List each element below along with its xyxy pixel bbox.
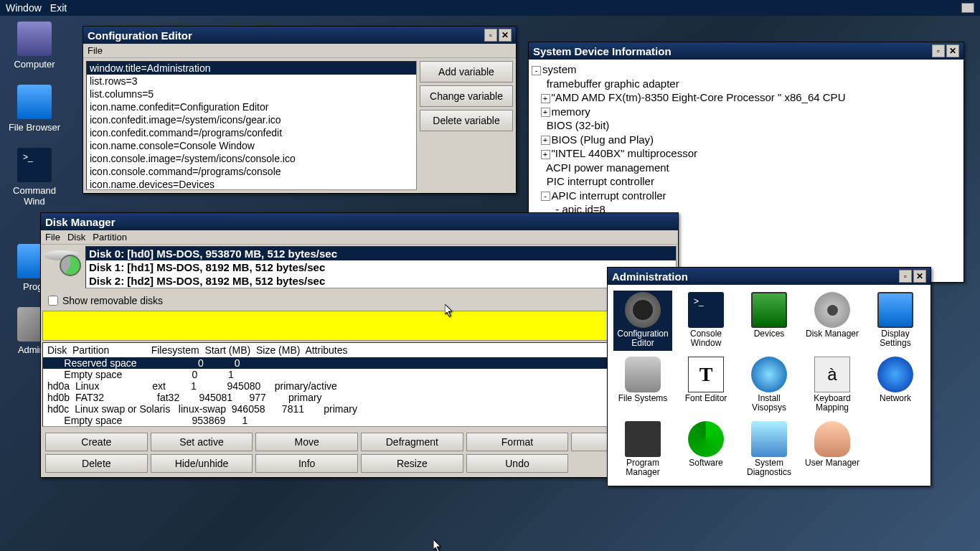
disk-list-item[interactable]: Disk 1: [hd1] MS-DOS, 8192 MB, 512 bytes…	[86, 260, 676, 274]
hide-button[interactable]: Hide/unhide	[151, 454, 253, 473]
admin-icon-software[interactable]: Software	[677, 420, 735, 480]
setactive-button[interactable]: Set active	[151, 433, 253, 451]
config-variable-item[interactable]: icon.name.confedit=Configuration Editor	[87, 100, 416, 113]
window-title: System Device Information	[533, 45, 930, 57]
config-variable-item[interactable]: icon.name.devices=Devices	[87, 178, 416, 190]
device-tree-item[interactable]: framebuffer graphic adapter	[532, 77, 961, 91]
partition-row[interactable]: Empty space 0 1	[43, 369, 676, 380]
admin-icon-configuration-editor[interactable]: Configuration Editor	[613, 291, 672, 351]
minimize-button[interactable]: ▫	[484, 29, 497, 42]
admin-icon-system-diagnostics[interactable]: System Diagnostics	[740, 420, 798, 480]
install-icon	[751, 357, 787, 392]
partition-table[interactable]: Disk Partition Filesystem Start (MB) Siz…	[42, 342, 677, 427]
desktop-label: Computer	[6, 59, 63, 70]
move-button[interactable]: Move	[255, 433, 358, 451]
config-variable-item[interactable]: icon.confedit.image=/system/icons/gear.i…	[87, 113, 416, 126]
admin-icon-label: Font Editor	[678, 394, 734, 414]
user-icon	[814, 421, 850, 457]
device-tree-item[interactable]: -APIC interrupt controller	[532, 189, 961, 203]
device-tree-item[interactable]: BIOS (32-bit)	[532, 118, 961, 133]
device-tree-item[interactable]: -system	[532, 62, 961, 77]
change-variable-button[interactable]: Change variable	[420, 85, 513, 107]
close-button[interactable]: ✕	[946, 44, 959, 57]
admin-icon-program-manager[interactable]: Program Manager	[613, 420, 672, 480]
undo-button[interactable]: Undo	[466, 454, 569, 473]
create-button[interactable]: Create	[45, 433, 148, 451]
format-button[interactable]: Format	[466, 433, 569, 451]
partition-row[interactable]: hd0b FAT32 fat32 945081 977 primary	[43, 392, 676, 403]
partition-row[interactable]: Reserved space 0 0	[43, 357, 676, 369]
device-tree-item[interactable]: PIC interrupt controller	[532, 174, 961, 189]
menu-file[interactable]: File	[88, 45, 103, 56]
resize-button[interactable]: Resize	[361, 454, 463, 473]
menu-file[interactable]: File	[45, 232, 60, 242]
close-button[interactable]: ✕	[913, 270, 926, 283]
admin-icon-install-visopsys[interactable]: Install Visopsys	[740, 355, 798, 415]
device-tree-item[interactable]: +BIOS (Plug and Play)	[532, 133, 961, 147]
admin-icon-console-window[interactable]: Console Window	[677, 291, 735, 351]
computer-icon	[17, 22, 52, 56]
admin-icon-file-systems[interactable]: File Systems	[613, 355, 672, 415]
tree-expand-icon[interactable]: -	[541, 192, 550, 201]
partition-row[interactable]: Empty space 953869 1	[43, 415, 676, 426]
system-menubar: Window Exit	[0, 0, 980, 16]
admin-icon-keyboard-mapping[interactable]: Keyboard Mapping	[803, 355, 862, 415]
admin-icon-font-editor[interactable]: Font Editor	[677, 355, 735, 415]
sys-min-button[interactable]	[961, 3, 974, 13]
diag-icon	[751, 421, 787, 457]
desktop-filebrowser-icon[interactable]: File Browser	[6, 85, 63, 133]
config-variable-item[interactable]: icon.console.command=/programs/console	[87, 165, 416, 178]
admin-icon-user-manager[interactable]: User Manager	[803, 420, 862, 480]
config-variable-item[interactable]: list.rows=3	[87, 75, 416, 88]
tree-expand-icon[interactable]: -	[532, 66, 541, 75]
device-info-titlebar[interactable]: System Device Information ▫ ✕	[529, 42, 963, 60]
tree-expand-icon[interactable]: +	[541, 136, 550, 145]
disk-list-item[interactable]: Disk 2: [hd2] MS-DOS, 8192 MB, 512 bytes…	[86, 274, 676, 288]
administration-titlebar[interactable]: Administration ▫ ✕	[608, 268, 930, 285]
terminal-icon	[17, 148, 52, 182]
tree-expand-icon[interactable]: +	[541, 94, 550, 103]
admin-icon-network[interactable]: Network	[866, 355, 925, 415]
key-icon	[814, 357, 850, 392]
config-variable-list[interactable]: window.title=Administrationlist.rows=3li…	[86, 61, 417, 190]
config-variable-item[interactable]: list.columns=5	[87, 88, 416, 100]
minimize-button[interactable]: ▫	[899, 270, 912, 283]
device-tree-item[interactable]: +"AMD AMD FX(tm)-8350 Eight-Core Process…	[532, 90, 961, 105]
defragment-button[interactable]: Defragment	[361, 433, 463, 451]
config-variable-item[interactable]: window.title=Administration	[87, 62, 416, 75]
prog-icon	[625, 421, 661, 457]
device-tree-item[interactable]: +"INTEL 440BX" multiprocessor	[532, 146, 961, 161]
admin-icon-display-settings[interactable]: Display Settings	[866, 291, 925, 351]
menu-disk[interactable]: Disk	[67, 232, 85, 242]
delete-button[interactable]: Delete	[45, 454, 148, 473]
desktop-computer-icon[interactable]: Computer	[6, 22, 63, 70]
admin-icon-devices[interactable]: Devices	[740, 291, 798, 351]
partition-row[interactable]: hd0a Linux ext 1 945080 primary/active	[43, 380, 676, 392]
info-button[interactable]: Info	[255, 454, 358, 473]
partition-visual[interactable]	[42, 311, 677, 341]
tree-expand-icon[interactable]: +	[541, 108, 550, 117]
disk-list[interactable]: Disk 0: [hd0] MS-DOS, 953870 MB, 512 byt…	[85, 246, 677, 288]
admin-icon-label: Keyboard Mapping	[804, 394, 860, 414]
desktop-cmdwindow-icon[interactable]: Command Wind	[6, 148, 63, 207]
delete-variable-button[interactable]: Delete variable	[420, 110, 513, 131]
config-variable-item[interactable]: icon.confedit.command=/programs/confedit	[87, 126, 416, 139]
admin-icon-disk-manager[interactable]: Disk Manager	[803, 291, 862, 351]
admin-icon-label: File Systems	[615, 394, 671, 414]
menu-exit[interactable]: Exit	[50, 2, 67, 14]
device-tree-item[interactable]: ACPI power management	[532, 161, 961, 175]
close-button[interactable]: ✕	[499, 29, 512, 42]
disk-list-item[interactable]: Disk 0: [hd0] MS-DOS, 953870 MB, 512 byt…	[86, 247, 676, 260]
show-removable-checkbox[interactable]	[48, 296, 58, 306]
config-editor-titlebar[interactable]: Configuration Editor ▫ ✕	[83, 27, 516, 44]
minimize-button[interactable]: ▫	[932, 44, 945, 57]
disk-manager-titlebar[interactable]: Disk Manager	[41, 213, 678, 230]
menu-window[interactable]: Window	[6, 2, 42, 14]
config-variable-item[interactable]: icon.console.image=/system/icons/console…	[87, 152, 416, 165]
tree-expand-icon[interactable]: +	[541, 150, 550, 159]
menu-partition[interactable]: Partition	[93, 232, 127, 242]
add-variable-button[interactable]: Add variable	[420, 61, 513, 83]
device-tree-item[interactable]: +memory	[532, 105, 961, 119]
config-variable-item[interactable]: icon.name.console=Console Window	[87, 139, 416, 152]
partition-row[interactable]: hd0c Linux swap or Solaris linux-swap 94…	[43, 403, 676, 415]
